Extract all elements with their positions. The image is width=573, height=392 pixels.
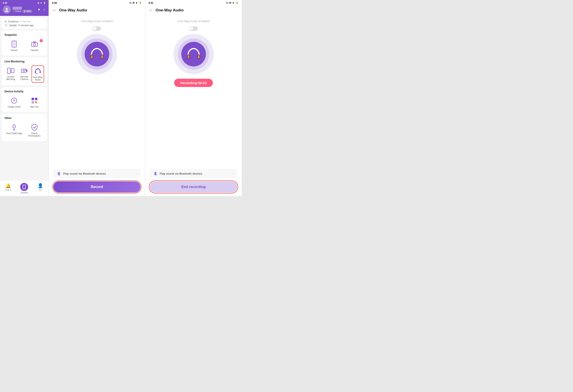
record-button[interactable]: Record	[53, 181, 141, 192]
app-list-item[interactable]: App List	[25, 95, 44, 109]
update-time: 9 minutes ago	[18, 24, 34, 27]
time-left: 4:35	[3, 2, 7, 4]
mid-bluetooth-chevron: ›	[136, 172, 137, 175]
notice-icon: 🔔	[5, 183, 11, 188]
mid-enabled-label: One-Way Audio Enabled	[81, 19, 113, 23]
svg-rect-3	[13, 42, 16, 46]
svg-rect-13	[35, 71, 36, 73]
usage-limits-item[interactable]: Usage Limits	[4, 95, 24, 109]
screen-label: Screen	[11, 49, 18, 51]
one-way-audio-icon	[35, 68, 41, 74]
mid-bluetooth-icon	[57, 171, 61, 175]
mid-headphone-inner	[81, 38, 113, 70]
device-icon	[22, 185, 26, 189]
device-activity-grid: Usage Limits App List	[4, 95, 44, 109]
notice-label: Notice	[5, 189, 11, 191]
app-list-icon	[31, 97, 38, 104]
remote-camera-label: Remote Camera	[19, 76, 30, 81]
right-bluetooth-text: Play sound via Bluetooth devices	[160, 172, 230, 175]
screen-mirroring-item[interactable]: Screen Mirroring	[4, 65, 17, 83]
mid-back-button[interactable]: ←	[52, 8, 56, 13]
right-bluetooth-chevron: ›	[233, 172, 234, 175]
wifi-icon: ▼	[40, 2, 42, 4]
right-bluetooth-icon	[153, 171, 157, 175]
geofence-label: Geofence	[8, 20, 19, 23]
svg-rect-20	[35, 98, 37, 100]
bottom-nav: 🔔 Notice Device 👤 Me	[0, 180, 49, 196]
one-way-audio-item[interactable]: One-Way Audio	[32, 65, 44, 83]
right-status-icons: ▷ ⊖ ▼ 🔋	[227, 1, 239, 4]
online-badge: Online 🔋 89%	[13, 10, 36, 13]
device-activity-section: Device Activity Usage Limits	[2, 87, 47, 112]
online-dot	[13, 11, 14, 12]
nav-notice[interactable]: 🔔 Notice	[0, 182, 16, 195]
mid-panel: 4:30 ▷ ⊖ ▼ 🔋 ← One-Way Audio One-Way Aud…	[49, 0, 145, 196]
app-list-label: App List	[30, 105, 38, 108]
avatar	[3, 6, 11, 14]
mid-game-icon: ▷	[130, 1, 132, 4]
find-childs-app-item[interactable]: Find Child's App	[4, 122, 24, 138]
svg-rect-14	[40, 71, 41, 73]
svg-point-1	[5, 10, 8, 12]
screen-icon-box	[10, 40, 18, 48]
right-panel: 4:31 ▷ ⊖ ▼ 🔋 ← One-Way Audio One-Way Aud…	[145, 0, 242, 196]
right-status-bar: 4:31 ▷ ⊖ ▼ 🔋	[145, 0, 242, 6]
nav-device[interactable]: Device	[16, 182, 32, 195]
left-panel: 4:35 ⊖ ▼ 🔋 Online	[0, 0, 49, 196]
svg-rect-19	[32, 98, 34, 100]
mid-wifi-icon: ▼	[135, 1, 138, 4]
svg-rect-36	[198, 55, 200, 58]
remote-camera-item[interactable]: Remote Camera	[18, 65, 30, 83]
find-childs-app-icon	[11, 124, 17, 131]
right-headphone-svg	[186, 47, 201, 61]
right-bluetooth-row[interactable]: Play sound via Bluetooth devices ›	[150, 169, 237, 178]
mid-status-icons: ▷ ⊖ ▼ 🔋	[130, 1, 142, 4]
camera-item[interactable]: Camera !	[25, 39, 44, 53]
geofence-icon: ◎	[4, 20, 7, 23]
camera-badge: !	[40, 39, 43, 42]
mid-toggle[interactable]	[93, 26, 101, 31]
add-icon[interactable]: ＋	[43, 8, 46, 12]
snapshot-title: Snapshot	[4, 33, 44, 36]
camera-icon	[31, 41, 38, 47]
right-toggle-thumb	[190, 27, 193, 30]
right-toggle[interactable]	[189, 26, 198, 31]
one-way-audio-label: One-Way Audio	[33, 76, 43, 81]
mid-headphone-core	[85, 42, 109, 67]
signal-icon: ⊖	[37, 2, 39, 4]
clock-icon: 🕐	[4, 24, 8, 27]
me-label: Me	[39, 189, 42, 191]
svg-point-26	[14, 126, 15, 127]
one-way-audio-icon-box	[34, 67, 42, 75]
check-permissions-icon	[31, 124, 38, 131]
app-list-icon-box	[30, 97, 38, 105]
svg-point-12	[25, 69, 26, 70]
right-wifi-icon: ▼	[232, 1, 234, 4]
check-permissions-item[interactable]: Check Permissions	[25, 122, 44, 138]
mid-time: 4:30	[52, 1, 57, 4]
right-game-icon: ▷	[227, 1, 228, 4]
mid-bluetooth-row[interactable]: Play sound via Bluetooth devices ›	[53, 169, 141, 178]
end-recording-button[interactable]: End recording	[150, 181, 237, 192]
screen-mirroring-icon	[7, 68, 14, 74]
update-row: 🕐 Update 9 minutes ago	[4, 24, 44, 27]
mid-signal-icon: ⊖	[132, 1, 135, 4]
user-info: Online 🔋 89%	[13, 7, 36, 13]
remote-camera-icon	[21, 68, 28, 74]
camera-icon-box	[30, 40, 38, 48]
right-enabled-label: One-Way Audio Enabled	[178, 19, 210, 23]
right-time: 4:31	[148, 1, 153, 4]
mid-headphone-svg	[89, 47, 105, 61]
nav-me[interactable]: 👤 Me	[33, 182, 49, 195]
battery-badge: 🔋 89%	[22, 10, 32, 13]
svg-rect-9	[11, 69, 14, 73]
user-row: Online 🔋 89% ▼ ＋	[3, 6, 46, 14]
right-app-title: One-Way Audio	[156, 8, 183, 13]
update-label: Update	[9, 24, 17, 27]
screen-item[interactable]: Screen	[4, 39, 24, 53]
right-back-button[interactable]: ←	[149, 8, 153, 13]
avatar-icon	[4, 7, 9, 12]
dropdown-icon[interactable]: ▼	[37, 8, 40, 11]
check-permissions-icon-box	[30, 123, 38, 131]
snapshot-grid: Screen Camera !	[4, 39, 44, 53]
